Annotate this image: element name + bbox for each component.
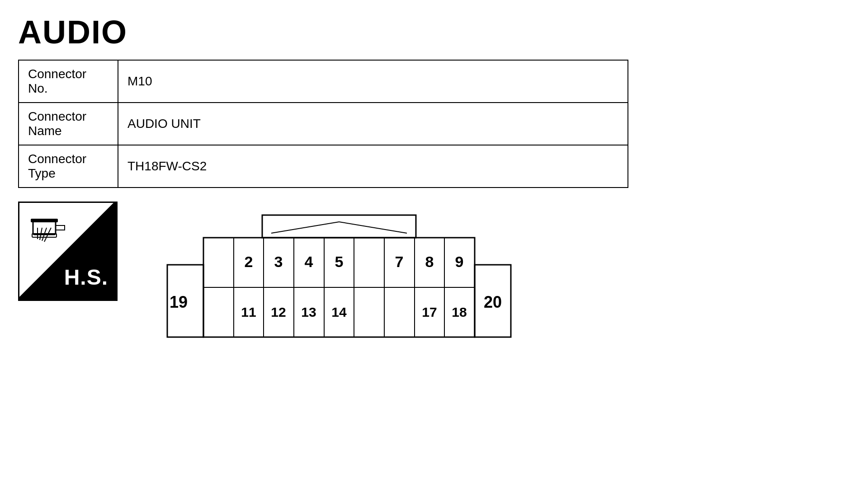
svg-text:17: 17 xyxy=(422,305,437,319)
svg-line-10 xyxy=(339,222,407,233)
svg-text:8: 8 xyxy=(425,253,434,270)
bottom-section: H.S. 19 20 xyxy=(18,202,850,355)
svg-rect-6 xyxy=(31,219,58,222)
svg-text:14: 14 xyxy=(331,305,347,319)
page-title: AUDIO xyxy=(18,14,850,51)
value-connector-no: M10 xyxy=(118,60,628,103)
table-row-connector-name: Connector Name AUDIO UNIT xyxy=(19,103,628,145)
svg-text:3: 3 xyxy=(274,253,283,270)
connector-diagram: 19 20 2 3 4 xyxy=(154,211,524,355)
hs-text: H.S. xyxy=(64,265,108,290)
hs-badge: H.S. xyxy=(18,202,118,301)
svg-text:18: 18 xyxy=(452,305,467,319)
svg-text:2: 2 xyxy=(245,253,253,270)
svg-text:19: 19 xyxy=(170,293,188,311)
svg-rect-8 xyxy=(262,215,416,238)
svg-text:7: 7 xyxy=(395,253,404,270)
svg-text:13: 13 xyxy=(301,305,316,319)
svg-text:12: 12 xyxy=(271,305,286,319)
connector-icon xyxy=(28,212,69,248)
svg-line-9 xyxy=(271,222,339,233)
svg-text:4: 4 xyxy=(305,253,313,270)
svg-rect-0 xyxy=(33,221,56,235)
svg-text:9: 9 xyxy=(455,253,464,270)
value-connector-type: TH18FW-CS2 xyxy=(118,145,628,188)
svg-rect-1 xyxy=(56,225,65,230)
svg-text:5: 5 xyxy=(335,253,344,270)
svg-text:11: 11 xyxy=(241,305,256,319)
table-row-connector-type: Connector Type TH18FW-CS2 xyxy=(19,145,628,188)
label-connector-name: Connector Name xyxy=(19,103,118,145)
table-row-connector-no: Connector No. M10 xyxy=(19,60,628,103)
svg-text:20: 20 xyxy=(484,293,502,311)
info-table: Connector No. M10 Connector Name AUDIO U… xyxy=(18,60,628,188)
label-connector-type: Connector Type xyxy=(19,145,118,188)
connector-svg: 19 20 2 3 4 xyxy=(154,211,524,355)
label-connector-no: Connector No. xyxy=(19,60,118,103)
value-connector-name: AUDIO UNIT xyxy=(118,103,628,145)
